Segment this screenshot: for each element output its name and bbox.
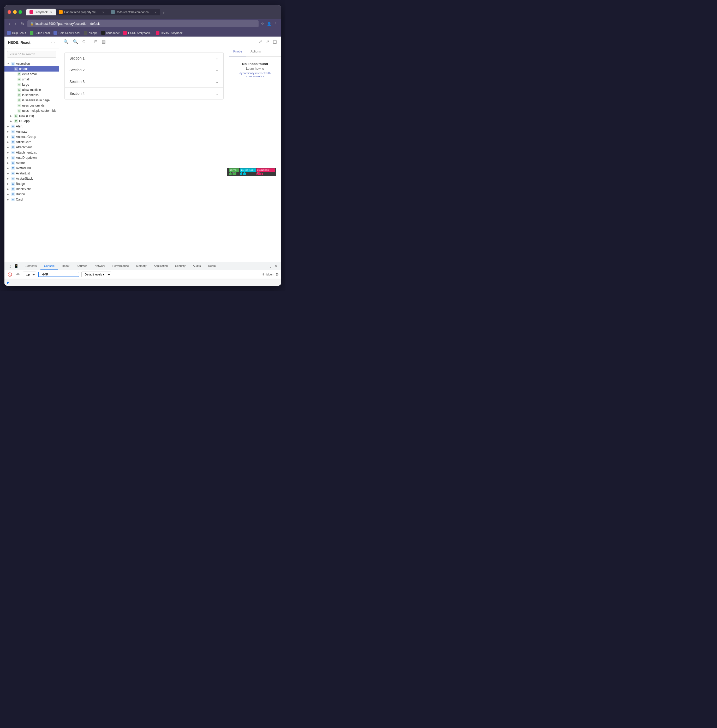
external-link-button[interactable]: ↗	[265, 38, 270, 45]
bookmark-sumo[interactable]: Sumo Local	[30, 31, 50, 35]
tree-item-avatarlist[interactable]: ▶ ⊞ AvatarList	[5, 171, 59, 176]
devtools-tab-console[interactable]: Console	[40, 262, 58, 270]
devtools-tab-network[interactable]: Network	[91, 262, 108, 270]
tab-storybook[interactable]: Storybook ×	[26, 9, 56, 15]
panel-button[interactable]: ▤	[101, 38, 107, 45]
expand-icon-avatar: ▶	[7, 162, 10, 164]
tree-item-allow-multiple[interactable]: ⊞ allow multiple	[5, 87, 59, 92]
minimize-button[interactable]	[13, 10, 17, 14]
tree-item-alert[interactable]: ▶ ⊞ Alert	[5, 124, 59, 129]
devtools-tab-application[interactable]: Application	[150, 262, 171, 270]
fullscreen-button[interactable]: ⤢	[258, 38, 263, 45]
copy-button[interactable]: ◫	[272, 38, 278, 45]
tab-knobs[interactable]: Knobs	[229, 47, 246, 57]
search-input[interactable]	[7, 51, 56, 58]
tab-error[interactable]: Cannot read property 'secon... ×	[56, 9, 108, 15]
devtools-tab-performance[interactable]: Performance	[109, 262, 133, 270]
tree-item-avatargrid[interactable]: ▶ ⊞ AvatarGrid	[5, 165, 59, 171]
devtools-tabs-bar: ⬚ 📱 Elements Console React Sources Netwo…	[5, 262, 281, 270]
tab-close-storybook[interactable]: ×	[50, 11, 52, 14]
tree-item-card[interactable]: ▶ ⊞ Card	[5, 197, 59, 202]
bookmark-hsapp[interactable]: hs-app	[84, 31, 98, 35]
tree-item-animategroup[interactable]: ▶ ⊞ AnimateGroup	[5, 134, 59, 139]
tree-item-articlecard[interactable]: ▶ ⊞ ArticleCard	[5, 139, 59, 145]
console-filter-input[interactable]	[38, 272, 79, 277]
tree-item-hs-app[interactable]: ▶ ⊞ HS App	[5, 119, 59, 124]
story-icon-small: ⊞	[17, 78, 21, 81]
devtools-tab-audits[interactable]: Audits	[189, 262, 204, 270]
tree-item-animate[interactable]: ▶ ⊞ Animate	[5, 129, 59, 134]
devtools-tab-react[interactable]: React	[58, 262, 73, 270]
console-arrow[interactable]: ▶	[7, 281, 9, 284]
tree-item-large[interactable]: ⊞ large	[5, 82, 59, 87]
tree-label-avatarlist: AvatarList	[16, 171, 30, 175]
accordion-header-2[interactable]: Section 2 ⌄	[65, 64, 223, 76]
tab-close-hsds[interactable]: ×	[155, 11, 157, 14]
console-settings-button[interactable]: ⚙	[276, 272, 279, 277]
bookmark-storybook2[interactable]: HSDS Storybook	[156, 31, 182, 35]
tree-item-avatarstack[interactable]: ▶ ⊞ AvatarStack	[5, 176, 59, 181]
sidebar-menu-button[interactable]: ⋯	[50, 40, 55, 46]
tree-item-row-link[interactable]: ▶ ⊞ Row (Link)	[5, 113, 59, 119]
tab-label-error: Cannot read property 'secon...	[64, 11, 100, 14]
expand-icon-attachment: ▶	[7, 146, 10, 148]
zoom-reset-button[interactable]: ⊙	[81, 38, 87, 45]
tree-item-badge[interactable]: ▶ ⊞ Badge	[5, 181, 59, 187]
back-button[interactable]: ‹	[7, 20, 11, 27]
tree-label-animate: Animate	[16, 130, 27, 133]
tree-item-uses-custom-ids[interactable]: ⊞ uses custom ids	[5, 103, 59, 108]
devtools-tab-memory[interactable]: Memory	[133, 262, 150, 270]
tab-hsds[interactable]: hsds-react/src/components a... ×	[108, 9, 160, 15]
tree-item-button[interactable]: ▶ ⊞ Button	[5, 192, 59, 197]
tree-item-small[interactable]: ⊞ small	[5, 77, 59, 82]
fps-overlay: 80 FPS (13-80)	[227, 168, 229, 176]
devtools-tab-redux[interactable]: Redux	[204, 262, 220, 270]
tab-close-error[interactable]: ×	[102, 11, 105, 14]
grid-view-button[interactable]: ⊞	[93, 38, 99, 45]
accordion-header-4[interactable]: Section 4 ⌄	[65, 88, 223, 99]
tab-actions[interactable]: Actions	[246, 47, 265, 57]
console-levels-select[interactable]: Default levels ▾	[81, 272, 111, 277]
tree-item-uses-multiple-custom-ids[interactable]: ⊞ uses multiple custom ids	[5, 108, 59, 113]
devtools-tab-sources[interactable]: Sources	[73, 262, 91, 270]
devtools-more-button[interactable]: ⋮	[267, 263, 273, 269]
component-icon-animate: ⊞	[11, 130, 15, 133]
tree-item-extra-small[interactable]: ⊞ extra small	[5, 72, 59, 77]
tree-item-is-seamless-in-page[interactable]: ⊞ is seamless in page	[5, 98, 59, 103]
tree-item-attachment[interactable]: ▶ ⊞ Attachment	[5, 145, 59, 150]
address-bar[interactable]: 🔒 localhost:8900/?path=/story/accordion-…	[27, 20, 259, 27]
tree-item-autodropdown[interactable]: ▶ ⊞ AutoDropdown	[5, 155, 59, 160]
reload-button[interactable]: ↻	[19, 20, 26, 28]
devtools-tab-security[interactable]: Security	[171, 262, 189, 270]
devtools-tab-elements[interactable]: Elements	[21, 262, 40, 270]
accordion-header-1[interactable]: Section 1 ⌄	[65, 52, 223, 64]
console-toggle-button[interactable]: 👁	[15, 271, 21, 278]
devtools-close-button[interactable]: ✕	[274, 263, 279, 269]
profile-button[interactable]: 👤	[266, 21, 272, 27]
console-context-select[interactable]: top	[23, 272, 36, 277]
close-button[interactable]	[8, 10, 11, 14]
console-clear-button[interactable]: 🚫	[6, 271, 13, 278]
devtools-device-button[interactable]: 📱	[13, 263, 20, 269]
tree-item-is-seamless[interactable]: ⊞ is seamless	[5, 92, 59, 98]
bookmark-local[interactable]: Help Scout Local	[53, 31, 80, 35]
tree-item-avatar[interactable]: ▶ ⊞ Avatar	[5, 160, 59, 165]
tree-item-attachmentlist[interactable]: ▶ ⊞ AttachmentList	[5, 150, 59, 155]
bookmark-helpscout[interactable]: Help Scout	[7, 31, 26, 35]
bookmark-hsreact[interactable]: hsds-react	[101, 31, 119, 35]
story-icon-allow-multiple: ⊞	[17, 88, 21, 92]
knobs-link[interactable]: dynamically interact with components ›	[233, 72, 277, 78]
forward-button[interactable]: ›	[13, 20, 17, 27]
bookmark-star-button[interactable]: ☆	[260, 21, 265, 27]
new-tab-button[interactable]: +	[160, 11, 167, 15]
tree-item-default[interactable]: ⊞ default	[5, 66, 59, 72]
accordion-header-3[interactable]: Section 3 ⌄	[65, 76, 223, 87]
tree-item-accordion[interactable]: ▼ ⊞ Accordion	[5, 61, 59, 66]
tree-item-blankslate[interactable]: ▶ ⊞ BlankSlate	[5, 187, 59, 192]
zoom-in-button[interactable]: 🔍	[63, 38, 70, 45]
zoom-out-button[interactable]: 🔍	[72, 38, 79, 45]
bookmark-storybook1[interactable]: HSDS Storybook...	[123, 31, 152, 35]
devtools-inspect-button[interactable]: ⬚	[6, 263, 12, 269]
menu-button[interactable]: ⋮	[273, 21, 278, 27]
maximize-button[interactable]	[18, 10, 22, 14]
